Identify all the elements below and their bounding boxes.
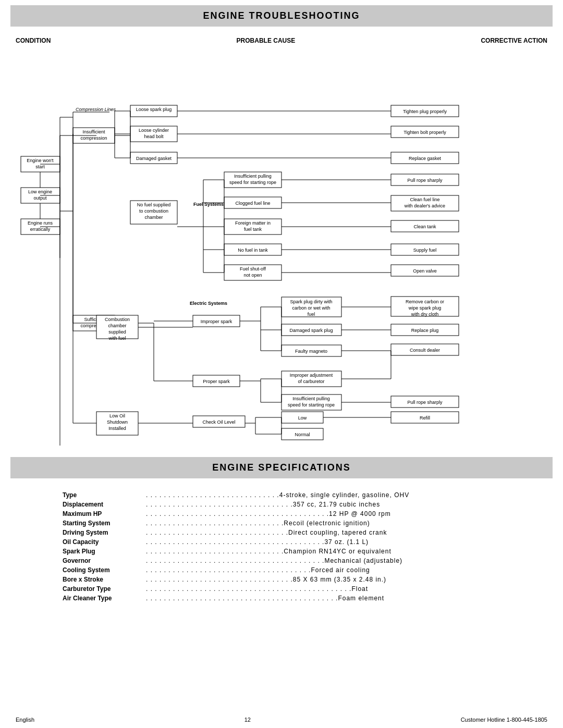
svg-text:of carburetor: of carburetor — [298, 379, 324, 384]
svg-text:Faulty magneto: Faulty magneto — [295, 349, 327, 354]
svg-text:not open: not open — [243, 273, 262, 278]
svg-text:Proper spark: Proper spark — [203, 379, 230, 384]
svg-text:Compression Lines: Compression Lines — [76, 107, 116, 112]
footer-language: English — [16, 717, 34, 723]
footer: English 12 Customer Hotline 1-800-445-18… — [0, 711, 563, 728]
specs-table: Type . . . . . . . . . . . . . . . . . .… — [63, 491, 500, 602]
svg-text:Engine runs: Engine runs — [28, 220, 53, 226]
svg-text:Pull rope sharply: Pull rope sharply — [407, 178, 443, 183]
svg-text:start: start — [35, 164, 45, 169]
spec-label: Governor — [63, 557, 146, 564]
spec-row: Carburetor Type . . . . . . . . . . . . … — [63, 585, 500, 593]
svg-text:Damaged spark plug: Damaged spark plug — [289, 328, 333, 333]
svg-text:head bolt: head bolt — [144, 134, 164, 139]
svg-text:supplied: supplied — [108, 329, 126, 335]
svg-text:wipe spark plug: wipe spark plug — [408, 305, 442, 311]
svg-text:Low engine: Low engine — [28, 189, 52, 194]
svg-text:Normal: Normal — [295, 432, 310, 437]
svg-text:Spark plug dirty with: Spark plug dirty with — [290, 299, 332, 304]
spec-row: Maximum HP . . . . . . . . . . . . . . .… — [63, 510, 500, 517]
spec-dots: . . . . . . . . . . . . . . . . . . . . … — [146, 566, 500, 574]
troubleshooting-header: ENGINE TROUBLESHOOTING — [10, 5, 553, 27]
spec-row: Oil Capacity . . . . . . . . . . . . . .… — [63, 538, 500, 546]
svg-text:Supply fuel: Supply fuel — [413, 248, 437, 253]
spec-row: Displacement . . . . . . . . . . . . . .… — [63, 501, 500, 508]
svg-text:Engine won't: Engine won't — [27, 158, 54, 163]
svg-text:Low Oil: Low Oil — [109, 413, 125, 418]
svg-text:Clogged fuel line: Clogged fuel line — [235, 201, 270, 206]
svg-text:Insufficient pulling: Insufficient pulling — [234, 174, 271, 179]
spec-dots: . . . . . . . . . . . . . . . . . . . . … — [146, 585, 500, 593]
spec-dots: . . . . . . . . . . . . . . . . . . . . … — [146, 576, 500, 583]
svg-text:Improper adjustment: Improper adjustment — [290, 373, 333, 378]
spec-dots: . . . . . . . . . . . . . . . . . . . . … — [146, 501, 500, 508]
svg-text:Fuel shut-off: Fuel shut-off — [240, 266, 266, 272]
svg-text:Foreign matter in: Foreign matter in — [235, 220, 271, 226]
svg-text:output: output — [33, 195, 47, 201]
footer-hotline: Customer Hotline 1-800-445-1805 — [461, 717, 547, 723]
svg-text:chamber: chamber — [108, 323, 126, 328]
spec-dots: . . . . . . . . . . . . . . . . . . . . … — [146, 557, 500, 564]
svg-text:No fuel in tank: No fuel in tank — [238, 248, 268, 253]
svg-text:Insufficient pulling: Insufficient pulling — [292, 396, 329, 401]
svg-text:with dry cloth: with dry cloth — [411, 312, 439, 317]
specs-header: ENGINE SPECIFICATIONS — [10, 457, 553, 478]
spec-label: Maximum HP — [63, 510, 146, 517]
spec-row: Governor . . . . . . . . . . . . . . . .… — [63, 557, 500, 564]
spec-label: Air Cleaner Type — [63, 595, 146, 602]
svg-text:erratically: erratically — [30, 227, 51, 232]
spec-dots: . . . . . . . . . . . . . . . . . . . . … — [146, 538, 500, 546]
svg-text:chamber: chamber — [144, 215, 163, 220]
column-headers: CONDITION PROBABLE CAUSE CORRECTIVE ACTI… — [16, 37, 547, 50]
svg-text:speed for starting rope: speed for starting rope — [229, 180, 276, 185]
col-cause: PROBABLE CAUSE — [237, 37, 296, 44]
svg-text:Remove carbon or: Remove carbon or — [406, 299, 444, 304]
spec-dots: . . . . . . . . . . . . . . . . . . . . … — [146, 491, 500, 499]
svg-text:Clean tank: Clean tank — [413, 224, 436, 229]
spec-label: Cooling System — [63, 566, 146, 574]
spec-dots: . . . . . . . . . . . . . . . . . . . . … — [146, 595, 500, 602]
col-condition: CONDITION — [16, 37, 51, 44]
spec-label: Oil Capacity — [63, 538, 146, 546]
spec-row: Bore x Stroke . . . . . . . . . . . . . … — [63, 576, 500, 583]
svg-text:Shutdown: Shutdown — [107, 419, 128, 425]
spec-label: Driving System — [63, 529, 146, 536]
svg-text:Loose spark plug: Loose spark plug — [136, 107, 172, 112]
svg-text:Tighten plug properly: Tighten plug properly — [403, 109, 447, 114]
svg-text:carbon or wet with: carbon or wet with — [292, 305, 330, 311]
spec-row: Type . . . . . . . . . . . . . . . . . .… — [63, 491, 500, 499]
svg-text:Tighten bolt properly: Tighten bolt properly — [403, 130, 446, 135]
svg-text:fuel: fuel — [308, 312, 315, 317]
page: ENGINE TROUBLESHOOTING CONDITION PROBABL… — [0, 0, 563, 728]
spec-label: Starting System — [63, 520, 146, 527]
svg-text:to combustion: to combustion — [139, 208, 168, 214]
svg-text:Pull rope sharply: Pull rope sharply — [407, 400, 443, 405]
spec-label: Type — [63, 491, 146, 499]
svg-text:Open valve: Open valve — [413, 268, 437, 274]
flowchart: text { font-family: Arial, Helvetica, sa… — [16, 50, 547, 446]
svg-text:Clean fuel line: Clean fuel line — [410, 197, 439, 202]
spec-label: Displacement — [63, 501, 146, 508]
svg-text:Loose cylinder: Loose cylinder — [139, 128, 169, 133]
spec-dots: . . . . . . . . . . . . . . . . . . . . … — [146, 548, 500, 555]
col-action: CORRECTIVE ACTION — [481, 37, 547, 44]
spec-row: Cooling System . . . . . . . . . . . . .… — [63, 566, 500, 574]
svg-text:Improper spark: Improper spark — [201, 319, 232, 324]
svg-text:Replace gasket: Replace gasket — [409, 156, 442, 161]
svg-text:with dealer's advice: with dealer's advice — [404, 203, 445, 208]
svg-text:Refill: Refill — [420, 415, 430, 421]
svg-text:with fuel: with fuel — [108, 336, 126, 341]
diagram-area: CONDITION PROBABLE CAUSE CORRECTIVE ACTI… — [0, 32, 563, 452]
svg-text:Damaged gasket: Damaged gasket — [136, 156, 172, 161]
spec-row: Starting System . . . . . . . . . . . . … — [63, 520, 500, 527]
spec-row: Air Cleaner Type . . . . . . . . . . . .… — [63, 595, 500, 602]
spec-dots: . . . . . . . . . . . . . . . . . . . . … — [146, 510, 500, 517]
spec-label: Carburetor Type — [63, 585, 146, 593]
svg-text:speed for starting rope: speed for starting rope — [288, 402, 335, 408]
svg-text:No fuel supplied: No fuel supplied — [137, 202, 171, 207]
svg-text:Check Oil Level: Check Oil Level — [202, 419, 235, 425]
spec-dots: . . . . . . . . . . . . . . . . . . . . … — [146, 529, 500, 536]
svg-text:Combustion: Combustion — [105, 317, 130, 322]
page-number: 12 — [34, 717, 461, 723]
svg-text:Replace plug: Replace plug — [411, 328, 439, 333]
